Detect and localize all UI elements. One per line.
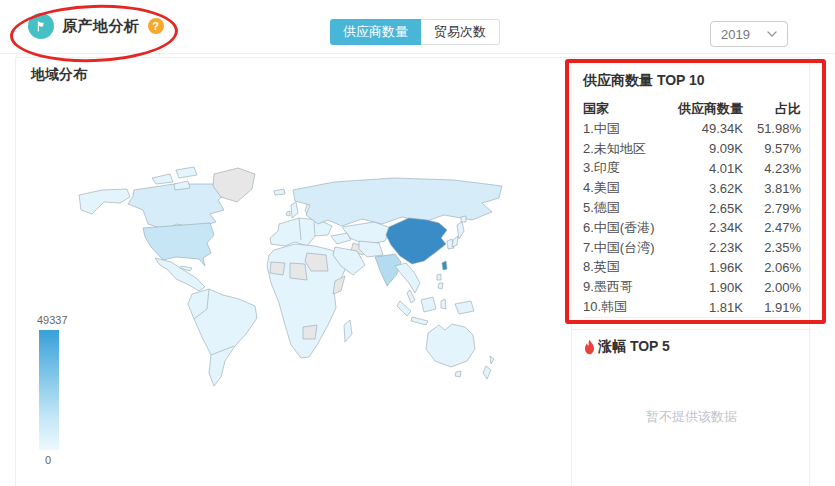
cell-pct: 2.00% [743,280,801,295]
section-divider [572,329,811,330]
cell-count: 2.65K [677,201,743,216]
top10-panel: 供应商数量 TOP 10 国家 供应商数量 占比 1.中国 49.34K 51.… [572,58,811,486]
world-map[interactable] [24,94,554,446]
top10-title: 供应商数量 TOP 10 [583,72,705,90]
cell-count: 4.01K [677,161,743,176]
content-panel: 地域分布 [15,57,810,486]
cell-pct: 2.06% [743,260,801,275]
country-turkey[interactable] [331,233,351,244]
region-malay[interactable] [407,290,415,303]
country-niger-chad[interactable] [290,263,307,280]
region-indochina[interactable] [395,263,420,293]
page-title-group: 原产地分析 ? [28,13,164,39]
country-india[interactable] [375,254,401,286]
cell-pct: 2.47% [743,220,801,235]
country-taiwan[interactable] [442,261,447,270]
arctic-island[interactable] [152,174,173,184]
year-dropdown-value: 2019 [721,27,750,42]
table-row[interactable]: 7.中国(台湾) 2.23K 2.35% [583,238,801,258]
year-dropdown[interactable]: 2019 [710,21,788,47]
col-header-country: 国家 [583,100,677,118]
cell-count: 9.09K [677,141,743,156]
cell-pct: 2.35% [743,240,801,255]
flag-icon [28,13,54,39]
country-philippines[interactable] [438,283,443,289]
island-sulawesi[interactable] [441,299,446,309]
cell-count: 1.96K [677,260,743,275]
island-sumatra[interactable] [397,301,411,316]
country-mexico[interactable] [155,258,205,291]
cell-country: 3.印度 [583,159,677,177]
table-row[interactable]: 4.美国 3.62K 3.81% [583,178,801,198]
table-row[interactable]: 5.德国 2.65K 2.79% [583,198,801,218]
cell-country: 2.未知地区 [583,140,677,158]
help-icon[interactable]: ? [148,18,164,34]
table-row[interactable]: 3.印度 4.01K 4.23% [583,159,801,179]
cell-country: 1.中国 [583,120,677,138]
cell-count: 2.23K [677,240,743,255]
cell-country: 5.德国 [583,199,677,217]
country-ireland[interactable] [286,211,290,216]
cell-count: 1.81K [677,300,743,315]
cell-country: 8.英国 [583,258,677,276]
cell-country: 9.墨西哥 [583,278,677,296]
island-new-guinea[interactable] [455,301,474,314]
country-alaska[interactable] [79,189,130,214]
cell-count: 49.34K [677,121,743,136]
cell-count: 1.90K [677,280,743,295]
table-header-row: 国家 供应商数量 占比 [583,98,801,119]
country-russia[interactable] [293,178,502,226]
col-header-count: 供应商数量 [677,100,743,118]
table-row[interactable]: 1.中国 49.34K 51.98% [583,119,801,139]
rise-section-title-group: 涨幅 TOP 5 [583,338,670,356]
cell-pct: 2.79% [743,201,801,216]
country-australia[interactable] [426,324,475,367]
island-tasmania[interactable] [455,371,461,377]
cell-pct: 9.57% [743,141,801,156]
country-usa[interactable] [143,223,214,266]
cell-pct: 51.98% [743,121,801,136]
country-madagascar[interactable] [344,320,352,342]
page-title: 原产地分析 [62,17,140,36]
legend-min-value: 0 [45,454,51,466]
chevron-down-icon [767,31,777,38]
cell-country: 6.中国(香港) [583,219,677,237]
country-west-sahara[interactable] [270,262,285,275]
country-iceland[interactable] [274,189,285,195]
cell-pct: 3.81% [743,181,801,196]
tab-supplier-count[interactable]: 供应商数量 [330,19,421,45]
table-row[interactable]: 10.韩国 1.81K 1.91% [583,297,801,317]
table-row[interactable]: 9.墨西哥 1.90K 2.00% [583,277,801,297]
country-uk[interactable] [291,202,298,218]
cell-country: 10.韩国 [583,298,677,316]
flame-icon [583,339,596,355]
table-row[interactable]: 6.中国(香港) 2.34K 2.47% [583,218,801,238]
col-header-pct: 占比 [743,100,801,118]
cell-count: 3.62K [677,181,743,196]
cell-count: 2.34K [677,220,743,235]
cell-pct: 1.91% [743,300,801,315]
top-header: 原产地分析 ? 供应商数量 贸易次数 2019 [0,0,835,54]
cell-country: 4.美国 [583,179,677,197]
top10-table: 国家 供应商数量 占比 1.中国 49.34K 51.98% 2.未知地区 9.… [583,98,801,318]
country-zimbabwe[interactable] [303,325,317,339]
country-philippines[interactable] [437,274,441,280]
country-canada[interactable] [128,184,227,230]
island-borneo[interactable] [421,297,436,312]
country-new-zealand[interactable] [483,366,491,379]
tab-trade-count[interactable]: 贸易次数 [421,19,500,45]
rise-section-title: 涨幅 TOP 5 [598,338,670,356]
no-data-message: 暂不提供该数据 [572,408,811,426]
map-section-title: 地域分布 [31,66,87,84]
continent-south-america[interactable] [188,289,257,386]
table-row[interactable]: 8.英国 1.96K 2.06% [583,258,801,278]
country-japan-hokkaido[interactable] [461,216,466,222]
cell-country: 7.中国(台湾) [583,239,677,257]
cell-pct: 4.23% [743,161,801,176]
island-java[interactable] [411,317,428,325]
country-japan[interactable] [452,236,458,247]
arctic-island[interactable] [176,167,197,178]
table-row[interactable]: 2.未知地区 9.09K 9.57% [583,139,801,159]
legend-max-value: 49337 [37,314,68,326]
country-new-zealand[interactable] [490,356,494,364]
